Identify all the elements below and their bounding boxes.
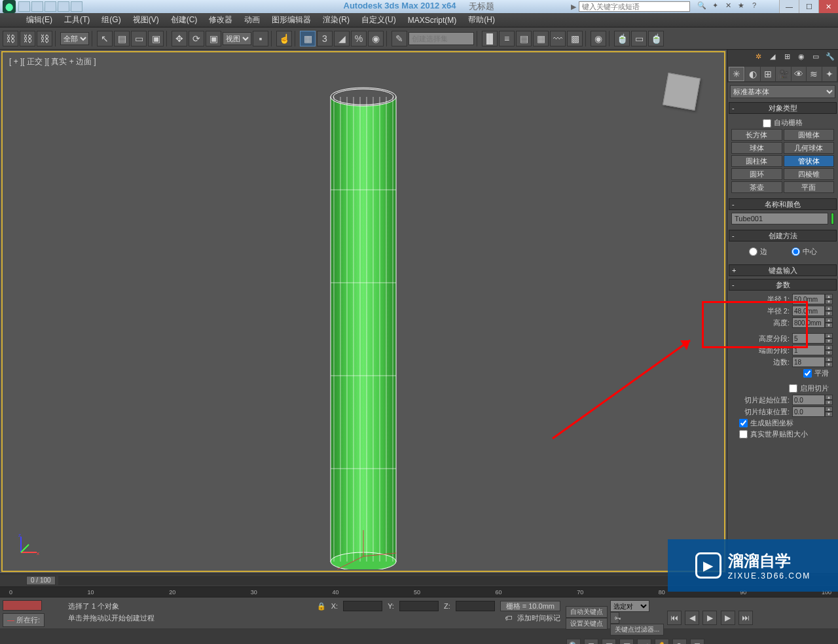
key-filters-button[interactable]: 关键点过滤器... — [610, 624, 664, 635]
infocenter-search-input[interactable] — [579, 1, 690, 12]
next-frame-icon[interactable]: ▶ — [721, 611, 735, 625]
x-coord-input[interactable] — [343, 601, 382, 611]
hierarchy-tab-icon[interactable]: ⊞ — [761, 67, 775, 81]
z-coord-input[interactable] — [456, 601, 495, 611]
center-radio[interactable] — [792, 247, 800, 256]
qat-undo-icon[interactable] — [58, 1, 69, 12]
menu-help[interactable]: 帮助(H) — [468, 14, 495, 26]
window-crossing-icon[interactable]: ▣ — [148, 31, 164, 46]
prev-frame-icon[interactable]: ◀ — [685, 611, 699, 625]
y-coord-input[interactable] — [399, 601, 439, 611]
sides-input[interactable] — [792, 357, 825, 367]
object-color-swatch[interactable] — [831, 213, 834, 224]
pan-icon[interactable]: ✋ — [655, 639, 669, 644]
radius2-spinner-up[interactable]: ▲ — [825, 306, 833, 311]
qat-open-icon[interactable] — [31, 1, 43, 12]
height-segs-input[interactable] — [792, 333, 825, 344]
smooth-checkbox[interactable] — [803, 369, 812, 378]
rollout-header-name-color[interactable]: -名称和颜色 — [729, 198, 837, 210]
render-setup-icon[interactable]: 🍵 — [614, 31, 630, 46]
autogrid-checkbox[interactable] — [763, 119, 771, 128]
render-production-icon[interactable]: 🍵 — [648, 31, 664, 46]
curve-editor-icon[interactable]: 〰 — [550, 31, 566, 46]
lock-selection-icon[interactable]: 🔒 — [317, 602, 326, 611]
infocenter-dropdown-icon[interactable]: ▶ — [571, 3, 576, 11]
torus-button[interactable]: 圆环 — [731, 168, 782, 180]
zoom-extents-icon[interactable]: ▣ — [602, 639, 616, 644]
radius1-spinner-up[interactable]: ▲ — [825, 294, 833, 299]
play-icon[interactable]: ▶ — [702, 611, 717, 625]
select-by-name-icon[interactable]: ▤ — [114, 31, 130, 46]
app-icon[interactable]: ⬤ — [3, 0, 16, 13]
ref-coord-dropdown[interactable]: 视图 — [223, 32, 251, 45]
graphite-icon[interactable]: ▦ — [533, 31, 549, 46]
display-tab-icon[interactable]: 👁 — [792, 67, 806, 81]
select-manipulate-icon[interactable]: ☝ — [276, 31, 292, 46]
qat-redo-icon[interactable] — [71, 1, 82, 12]
real-world-checkbox[interactable] — [739, 430, 748, 438]
radius2-input[interactable] — [792, 306, 825, 316]
slice-on-checkbox[interactable] — [789, 384, 797, 393]
menu-edit[interactable]: 编辑(E) — [26, 14, 52, 26]
fov-icon[interactable]: ◢ — [637, 639, 651, 644]
motion-small-icon[interactable]: ◉ — [796, 52, 807, 63]
menu-maxscript[interactable]: MAXScript(M) — [408, 16, 457, 25]
qat-save-icon[interactable] — [45, 1, 56, 12]
maximize-button[interactable]: ☐ — [799, 0, 818, 13]
align-icon[interactable]: ≡ — [499, 31, 515, 46]
subcategory-dropdown[interactable]: 标准基本体 — [730, 85, 835, 98]
object-name-input[interactable] — [731, 213, 828, 224]
angle-snap-3-icon[interactable]: 3 — [317, 31, 333, 46]
render-preset-icon[interactable]: ◢ — [767, 52, 778, 63]
close-button[interactable]: ✕ — [818, 0, 838, 13]
menu-rendering[interactable]: 渲染(R) — [323, 14, 350, 26]
light-icon[interactable]: ✲ — [753, 52, 763, 63]
radius2-spinner-down[interactable]: ▼ — [825, 311, 833, 316]
create-tab-icon[interactable]: ✳ — [729, 67, 744, 81]
menu-customize[interactable]: 自定义(U) — [361, 14, 396, 26]
orbit-icon[interactable]: ⟳ — [672, 639, 687, 644]
zoom-icon[interactable]: 🔍 — [566, 639, 581, 644]
menu-graph-editors[interactable]: 图形编辑器 — [272, 14, 311, 26]
cap-segs-input[interactable] — [792, 345, 825, 355]
systems-tab-icon[interactable]: ✦ — [822, 67, 837, 81]
gen-mapping-checkbox[interactable] — [739, 419, 748, 427]
viewcube[interactable] — [663, 73, 701, 111]
modify-tab-icon[interactable]: ◐ — [745, 67, 759, 81]
utilities-small-icon[interactable]: 🔧 — [825, 52, 835, 63]
scale-icon[interactable]: ▣ — [206, 31, 221, 46]
motion-tab-icon[interactable]: 🎥 — [776, 67, 790, 81]
cylinder-button[interactable]: 圆柱体 — [731, 155, 782, 167]
layer-manager-icon[interactable]: ▤ — [516, 31, 532, 46]
rollout-header-object-type[interactable]: -对象类型 — [729, 102, 837, 114]
cone-button[interactable]: 圆锥体 — [784, 129, 835, 141]
viewport-label[interactable]: [ + ][ 正交 ][ 真实 + 边面 ] — [9, 56, 96, 67]
schematic-view-icon[interactable]: ▩ — [567, 31, 583, 46]
favorites-icon[interactable]: ★ — [736, 1, 746, 12]
rollout-header-creation-method[interactable]: -创建方法 — [729, 230, 837, 241]
spinner-snap-icon[interactable]: ◉ — [368, 31, 384, 46]
height-input[interactable] — [792, 317, 825, 328]
display-small-icon[interactable]: ▭ — [811, 52, 821, 63]
add-time-tag-button[interactable]: 添加时间标记 — [517, 613, 560, 623]
time-tag-icon[interactable]: 🏷 — [505, 614, 512, 622]
pyramid-button[interactable]: 四棱锥 — [784, 168, 835, 180]
named-selection-input[interactable] — [409, 32, 474, 45]
rendered-frame-icon[interactable]: ▭ — [631, 31, 647, 46]
time-slider[interactable]: 0 / 100 — [26, 576, 56, 585]
minimize-button[interactable]: — — [779, 0, 799, 13]
goto-end-icon[interactable]: ⏭ — [738, 611, 753, 625]
maximize-viewport-icon[interactable]: ⊡ — [690, 639, 704, 644]
mirror-icon[interactable]: ▐▌ — [482, 31, 498, 46]
edit-named-sel-icon[interactable]: ✎ — [392, 31, 407, 46]
set-key-button[interactable]: 设置关键点 — [566, 618, 608, 630]
menu-animation[interactable]: 动画 — [244, 14, 260, 26]
snap-toggle-icon[interactable]: ▦ — [300, 31, 316, 46]
geosphere-button[interactable]: 几何球体 — [784, 142, 835, 154]
move-icon[interactable]: ✥ — [172, 31, 187, 46]
macro-recorder[interactable] — [3, 600, 42, 611]
menu-tools[interactable]: 工具(T) — [64, 14, 90, 26]
viewport[interactable]: [ + ][ 正交 ][ 真实 + 边面 ] — [1, 51, 725, 572]
rotate-icon[interactable]: ⟳ — [189, 31, 204, 46]
angle-snap-icon[interactable]: ◢ — [334, 31, 350, 46]
